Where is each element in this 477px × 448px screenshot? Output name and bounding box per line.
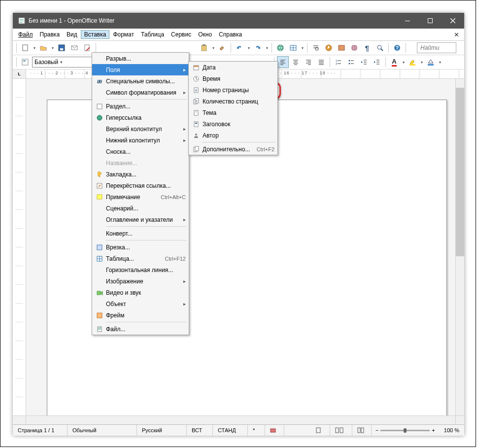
menu-help[interactable]: Справка [215,30,245,39]
zoom-button[interactable] [374,42,386,54]
gallery-button[interactable] [336,42,347,54]
close-document-button[interactable]: ✕ [451,31,462,38]
menu-insert-hr[interactable]: Горизонтальная линия... [92,264,189,276]
menu-field-page-count[interactable]: #Количество страниц [189,96,277,107]
menu-insert-toc[interactable]: Оглавление и указатели▸ [92,214,189,225]
new-button[interactable] [19,42,31,54]
menu-insert-frame[interactable]: Врезка... [92,241,189,253]
menu-insert-image[interactable]: Изображение▸ [92,276,189,287]
menu-insert-header[interactable]: Верхний колонтитул▸ [92,123,189,135]
menu-format[interactable]: Формат [109,30,137,39]
new-dropdown[interactable]: ▾ [32,46,36,50]
status-view-book[interactable] [352,425,372,436]
vertical-ruler[interactable] [13,79,26,415]
save-button[interactable] [56,42,68,54]
align-left-button[interactable] [277,56,289,68]
vertical-scrollbar[interactable] [455,79,464,415]
menu-insert-av[interactable]: Видео и звук [92,287,189,298]
status-zoom[interactable]: 100 % [439,425,464,436]
menu-file[interactable]: Файл [15,30,36,39]
table-button[interactable] [287,42,299,54]
email-button[interactable] [68,42,80,54]
format-paint-button[interactable] [216,42,228,54]
bg-color-button[interactable] [425,56,437,68]
status-language[interactable]: Русский [137,425,187,436]
styles-window-button[interactable] [19,56,31,68]
indent-button[interactable] [371,56,383,68]
menu-insert-footer[interactable]: Нижний колонтитул▸ [92,135,189,146]
svg-rect-64 [358,428,360,433]
menu-insert-object[interactable]: Объект▸ [92,298,189,310]
highlight-button[interactable] [407,56,418,68]
status-view-single[interactable] [311,425,330,436]
menu-insert[interactable]: Вставка [81,30,110,39]
numbered-list-button[interactable]: 12 [333,56,344,68]
more-fields-icon [191,146,202,153]
menu-edit[interactable]: Правка [36,30,64,39]
status-view-multi[interactable] [330,425,352,436]
font-color-button[interactable]: A [388,56,400,68]
menu-view[interactable]: Вид [63,30,81,39]
menu-insert-crossref[interactable]: Перекрёстная ссылка... [92,180,189,191]
find-input[interactable] [419,44,450,52]
zoom-slider[interactable]: −+ [372,427,439,433]
menu-insert-envelope[interactable]: Конверт... [92,228,189,239]
section-icon [94,103,105,110]
help-button[interactable]: ? [391,42,403,54]
table-icon [94,255,105,262]
menu-insert-note[interactable]: ПримечаниеCtrl+Alt+C [92,191,189,203]
menu-insert-special-chars[interactable]: æСпециальные символы... [92,75,189,87]
floating-frame-icon [94,312,105,319]
open-dropdown[interactable]: ▾ [50,46,55,50]
paste-button[interactable] [198,42,210,54]
status-page[interactable]: Страница 1 / 1 [13,425,68,436]
menu-insert-table[interactable]: Таблица...Ctrl+F12 [92,253,189,264]
minimize-button[interactable] [396,13,419,29]
menu-field-date[interactable]: Дата [189,62,277,73]
align-justify-button[interactable] [315,56,327,68]
file-icon [94,326,105,333]
menu-insert-script[interactable]: Сценарий... [92,203,189,214]
datasource-button[interactable] [348,42,360,54]
align-right-button[interactable] [303,56,314,68]
maximize-button[interactable] [419,13,442,29]
menu-field-page-number[interactable]: #Номер страницы [189,84,277,96]
menu-insert-formatting-mark[interactable]: Символ форматирования▸ [92,87,189,98]
menu-field-time[interactable]: Время [189,73,277,84]
menu-tools[interactable]: Сервис [168,30,195,39]
navigator-button[interactable] [323,42,335,54]
horizontal-scrollbar[interactable] [26,416,455,424]
menu-insert-floating-frame[interactable]: Фрейм [92,310,189,321]
menu-insert-file[interactable]: Файл... [92,323,189,335]
paragraph-style-combo[interactable]: Базовый▾ [32,57,96,68]
status-signature[interactable] [265,425,284,436]
nonprint-button[interactable]: ¶ [361,42,373,54]
open-button[interactable] [37,42,49,54]
menu-field-title[interactable]: Заголовок [189,118,277,130]
menu-insert-footnote[interactable]: Сноска... [92,146,189,157]
svg-rect-1 [20,19,24,20]
outdent-button[interactable] [358,56,370,68]
svg-rect-4 [405,21,410,21]
menu-field-author[interactable]: Автор [189,130,277,141]
find-button[interactable] [310,42,322,54]
menu-table[interactable]: Таблица [137,30,168,39]
redo-button[interactable] [252,42,264,54]
menu-insert-break[interactable]: Разрыв... [92,53,189,64]
status-style[interactable]: Обычный [68,425,137,436]
menu-window[interactable]: Окно [195,30,215,39]
align-center-button[interactable] [290,56,302,68]
menu-insert-fields[interactable]: Поля▸ [92,64,189,75]
bullet-list-button[interactable] [345,56,357,68]
menu-field-more[interactable]: Дополнительно...Ctrl+F2 [189,143,277,155]
status-insert[interactable]: ВСТ [187,425,213,436]
menu-insert-bookmark[interactable]: Закладка... [92,169,189,180]
menu-insert-hyperlink[interactable]: Гиперссылка [92,112,189,123]
close-button[interactable] [442,13,464,29]
undo-button[interactable] [234,42,245,54]
menu-field-subject[interactable]: Тема [189,107,277,118]
hyperlink-button[interactable] [274,42,286,54]
svg-text:2: 2 [336,62,338,65]
status-selection[interactable]: СТАНД [213,425,248,436]
menu-insert-section[interactable]: Раздел... [92,101,189,112]
